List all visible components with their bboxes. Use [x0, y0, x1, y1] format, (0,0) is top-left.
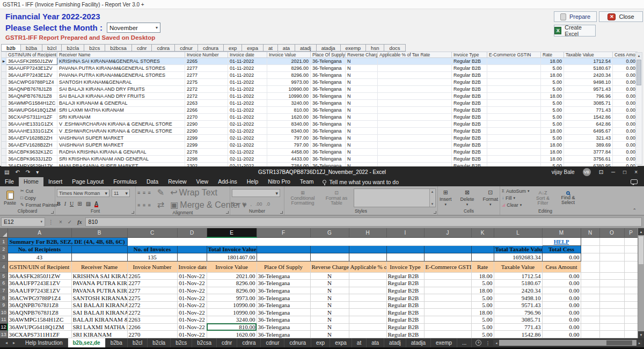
grid-cell[interactable]: 18.00	[541, 93, 564, 100]
sheet-cell[interactable]: 5.00	[471, 323, 494, 331]
summary-value-taxable-value[interactable]: 1692683.34	[494, 253, 542, 261]
sheet-cell[interactable]: 2420.34	[494, 287, 542, 294]
sheet-cell[interactable]	[624, 301, 638, 309]
grid-column-header[interactable]: Invoice Type	[452, 52, 487, 58]
sheet-cell[interactable]	[349, 301, 386, 309]
column-header-C[interactable]: C	[127, 228, 177, 237]
sheet-tab-b2cla[interactable]: b2cla	[148, 338, 171, 347]
grid-cell[interactable]: Regular B2B	[452, 100, 487, 107]
grid-cell[interactable]: 0.00	[613, 135, 638, 142]
grid-cell[interactable]: 2021.00	[267, 58, 311, 65]
grid-cell[interactable]	[487, 86, 541, 93]
save-icon[interactable]: ▤	[4, 169, 9, 175]
sheet-cell[interactable]: 2265	[127, 272, 177, 280]
decrease-decimal-icon[interactable]: .0	[266, 201, 270, 207]
scrollbar-thumb[interactable]	[636, 60, 641, 85]
grid-cell[interactable]	[378, 128, 452, 135]
bold-button[interactable]: B	[57, 201, 61, 207]
sheet-cell[interactable]: 01-Nov-22	[177, 301, 207, 309]
grid-cell[interactable]	[487, 149, 541, 156]
grid-cell[interactable]: SRI KIRANAM	[57, 114, 185, 121]
sheet-nav-left-icon[interactable]: ◂	[5, 340, 8, 345]
number-dialog-launcher-icon[interactable]	[280, 211, 283, 214]
name-box[interactable]: E12 ▾	[1, 217, 45, 227]
grid-column-header[interactable]: E-Commerce GSTIN	[487, 52, 541, 58]
column-header-E[interactable]: E	[207, 228, 257, 237]
grid-cell[interactable]: Regular B2B	[452, 86, 487, 93]
grid-cell[interactable]	[487, 58, 541, 65]
sheet-cell[interactable]: 18.00	[471, 272, 494, 280]
sheet-header-cell[interactable]: Place Of Supply	[257, 261, 310, 272]
grid-cell[interactable]: 0.00	[613, 58, 638, 65]
row-header-2[interactable]: 2	[0, 245, 8, 253]
sheet-cell[interactable]: N	[310, 323, 349, 331]
sheet-cell[interactable]: 18.00	[471, 309, 494, 316]
grid-cell[interactable]: 5.00	[541, 65, 564, 72]
cancel-icon[interactable]: ×	[59, 219, 62, 225]
format-cells-button[interactable]: ⊡Format▾	[480, 187, 502, 208]
sheet-cell[interactable]: 0.00	[542, 309, 581, 316]
grid-cell[interactable]: 36AAEFV1628B2ZH	[6, 142, 57, 149]
grid-cell[interactable]	[487, 65, 541, 72]
sheet-cell[interactable]: 01-Nov-22	[177, 280, 207, 287]
sheet-cell[interactable]: 36ACWPG9788P1Z4	[8, 294, 71, 302]
sheet-cell[interactable]	[471, 253, 494, 261]
ribbon-tab-formulas[interactable]: Formulas	[108, 177, 142, 186]
sheet-cell[interactable]	[599, 331, 624, 338]
sheet-cell[interactable]	[581, 237, 599, 245]
sheet-cell[interactable]: Regular B2B	[386, 294, 424, 302]
grid-cell[interactable]: N	[346, 121, 378, 128]
select-all-corner[interactable]	[0, 228, 8, 237]
sheet-tab-at[interactable]: at	[352, 338, 367, 347]
grid-cell[interactable]: 36AAAHE1331G1ZX	[6, 128, 57, 135]
grid-cell[interactable]: 36-Telengana	[311, 79, 346, 86]
grid-cell[interactable]: 3777.84	[564, 149, 613, 156]
report-tab-atadj[interactable]: atadj	[295, 44, 317, 52]
grid-cell[interactable]: 18.00	[541, 58, 564, 65]
sheet-cell[interactable]: Regular B2B	[386, 280, 424, 287]
fill-button[interactable]: ↓Fill▾	[502, 195, 530, 201]
format-painter-button[interactable]: ✎Format Painter	[20, 202, 57, 208]
sheet-cell[interactable]	[349, 253, 386, 261]
grid-cell[interactable]: 2277	[185, 72, 228, 79]
sheet-cell[interactable]	[424, 245, 471, 253]
grid-cell[interactable]: 0.00	[613, 72, 638, 79]
sheet-cell[interactable]: N	[310, 294, 349, 302]
sheet-cell[interactable]: 01-Nov-22	[177, 323, 207, 331]
grid-cell[interactable]: 10990.00	[267, 93, 311, 100]
sheet-cell[interactable]	[424, 287, 471, 294]
sheet-cell[interactable]: 01-Nov-22	[177, 294, 207, 302]
report-tab-ata[interactable]: ata	[278, 44, 295, 52]
sheet-cell[interactable]: Regular B2B	[386, 316, 424, 324]
sheet-cell[interactable]: N	[310, 280, 349, 287]
grid-cell[interactable]	[378, 65, 452, 72]
sheet-header-cell[interactable]: GSTIN/UIN of Recipient	[8, 261, 71, 272]
grid-column-header[interactable]: Invoice Value	[267, 52, 311, 58]
column-header-O[interactable]: O	[599, 228, 624, 237]
sheet-cell[interactable]: 2272	[127, 309, 177, 316]
grid-cell[interactable]: 6495.67	[564, 128, 613, 135]
autosum-button[interactable]: ΣAutoSum▾	[502, 188, 530, 194]
grid-cell[interactable]: 5.00	[541, 79, 564, 86]
align-left-icon[interactable]: ≡ ≡ ≡	[137, 202, 151, 208]
grid-cell[interactable]: 8296.00	[267, 72, 311, 79]
ribbon-tab-data[interactable]: Data	[142, 177, 163, 186]
insert-cells-button[interactable]: ⊞Insert▾	[436, 187, 455, 208]
grid-cell[interactable]: N	[346, 65, 378, 72]
grid-column-header[interactable]: Invoice Number	[185, 52, 228, 58]
grid-cell[interactable]: Regular B2B	[452, 79, 487, 86]
ribbon-display-options-icon[interactable]: ⊡	[599, 169, 603, 175]
summary-value-recipients[interactable]: 43	[8, 253, 71, 261]
sheet-cell[interactable]: 01-Nov-22	[177, 287, 207, 294]
grid-cell[interactable]: 2265	[185, 58, 228, 65]
summary-label-taxable-value[interactable]: Total Taxable Value	[494, 245, 542, 253]
sheet-cell[interactable]	[624, 294, 638, 302]
increase-decimal-icon[interactable]: .00	[255, 201, 262, 207]
grid-cell[interactable]	[378, 72, 452, 79]
grid-cell[interactable]: 02-11-2022	[228, 128, 267, 135]
sheet-cell[interactable]: 0.00	[542, 287, 581, 294]
sheet-cell[interactable]: Regular B2B	[386, 309, 424, 316]
paste-button[interactable]: Paste	[2, 187, 18, 208]
sheet-cell[interactable]: N	[310, 331, 349, 338]
sheet-cell[interactable]	[581, 261, 599, 272]
